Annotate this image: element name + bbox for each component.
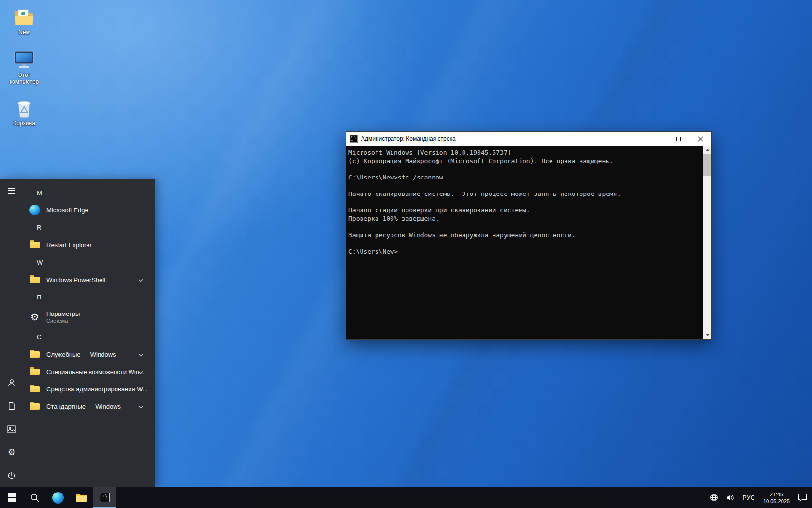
cmd-window: C:\ Администратор: Командная строка Micr… (346, 131, 712, 340)
cmd-icon: C:\_ (100, 493, 110, 502)
cmd-titlebar[interactable]: C:\ Администратор: Командная строка (346, 132, 711, 146)
start-item-admin-tools[interactable]: Средства администрирования W... (23, 380, 152, 398)
start-item-restart-explorer[interactable]: Restart Explorer (23, 236, 152, 254)
start-menu-rail: ⚙ (0, 179, 23, 487)
arrow-down-icon (706, 334, 710, 336)
power-button[interactable] (0, 464, 23, 487)
start-item-accessibility[interactable]: Специальные возможности Win... (23, 363, 152, 380)
gear-icon: ⚙ (8, 448, 15, 457)
desktop-icon-label: Корзина (13, 120, 35, 127)
language-label: РУС (742, 494, 755, 501)
recycle-bin-icon (14, 97, 34, 118)
taskbar-edge-button[interactable] (46, 487, 70, 508)
desktop-icon-user-folder[interactable]: New (4, 6, 44, 36)
pictures-button[interactable] (0, 418, 23, 441)
start-section-letter-p[interactable]: П (23, 288, 152, 306)
console-line: (c) Корпорация Майкрософт (Microsoft Cor… (348, 157, 701, 165)
start-item-label: Служебные — Windows (46, 351, 116, 358)
folder-icon (29, 403, 41, 410)
system-tray: РУС 21:45 10.05.2025 (706, 487, 812, 508)
start-section-letter-w[interactable]: W (23, 254, 152, 271)
chevron-down-icon[interactable] (138, 351, 143, 358)
taskbar-cmd-button[interactable]: C:\_ (93, 487, 116, 508)
windows-logo-icon (8, 493, 16, 502)
search-button[interactable] (23, 487, 46, 508)
network-button[interactable] (706, 487, 722, 508)
start-section-letter-s[interactable]: С (23, 328, 152, 345)
start-item-settings[interactable]: ⚙ Параметры Система (23, 306, 152, 328)
chevron-down-icon[interactable] (138, 276, 143, 284)
search-icon (30, 493, 40, 503)
start-item-windows-powershell[interactable]: Windows PowerShell (23, 271, 152, 288)
desktop-icon-label: New (18, 29, 30, 36)
gear-icon: ⚙ (29, 312, 41, 322)
desktop-icon-recycle-bin[interactable]: Корзина (4, 97, 44, 127)
clock[interactable]: 21:45 10.05.2025 (759, 487, 794, 508)
console-line (348, 239, 701, 247)
folder-icon (29, 369, 41, 375)
taskbar: C:\_ РУС 21:45 10.05.2025 (0, 487, 812, 508)
document-icon (8, 402, 15, 410)
maximize-button[interactable] (667, 132, 689, 146)
start-item-accessories[interactable]: Стандартные — Windows (23, 398, 152, 415)
caption-buttons (645, 132, 711, 146)
folder-icon (29, 351, 41, 358)
chevron-down-icon[interactable] (138, 368, 143, 375)
scrollbar-thumb[interactable] (703, 154, 711, 176)
start-item-system-windows[interactable]: Служебные — Windows (23, 345, 152, 363)
scroll-up-button[interactable] (703, 146, 711, 154)
close-button[interactable] (689, 132, 711, 146)
taskbar-explorer-button[interactable] (70, 487, 93, 508)
console-line prompt-line: C:\Users\New> (348, 247, 701, 255)
action-center-button[interactable] (794, 487, 811, 508)
console-line: Начало стадии проверки при сканировании … (348, 206, 701, 214)
volume-button[interactable] (722, 487, 739, 508)
user-folder-icon (14, 6, 35, 27)
settings-button[interactable]: ⚙ (0, 441, 23, 464)
folder-icon (29, 386, 41, 392)
maximize-icon (676, 137, 681, 141)
chevron-down-icon[interactable] (138, 403, 143, 410)
start-item-microsoft-edge[interactable]: Microsoft Edge (23, 201, 152, 219)
minimize-button[interactable] (645, 132, 667, 146)
console-scrollbar[interactable] (703, 146, 711, 339)
hamburger-icon (8, 188, 15, 194)
chevron-down-icon[interactable] (138, 386, 143, 393)
folder-icon (29, 242, 41, 248)
window-title: Администратор: Командная строка (361, 135, 456, 142)
user-icon (7, 378, 16, 387)
edge-icon (29, 205, 41, 215)
start-item-sublabel: Система (46, 318, 80, 324)
desktop-icon-this-pc[interactable]: Этот компьютер (4, 48, 44, 85)
desktop-icon-label: Этот компьютер (5, 72, 44, 85)
start-menu-app-list: M Microsoft Edge R Restart Explorer W Wi… (23, 179, 155, 487)
start-menu: ⚙ M Microsoft Edge R Restart Explorer W … (0, 179, 155, 487)
start-item-label: Windows PowerShell (46, 276, 105, 284)
start-item-label: Стандартные — Windows (46, 403, 121, 410)
start-button[interactable] (0, 487, 23, 508)
power-icon (7, 471, 16, 480)
console-line: Защита ресурсов Windows не обнаружила на… (348, 231, 701, 239)
globe-network-icon (710, 493, 718, 502)
clock-time: 21:45 (770, 491, 783, 498)
minimize-icon (653, 139, 658, 139)
console-line (348, 165, 701, 173)
arrow-up-icon (706, 149, 710, 151)
language-indicator[interactable]: РУС (739, 487, 759, 508)
scroll-down-button[interactable] (703, 331, 711, 339)
console-output[interactable]: Microsoft Windows [Version 10.0.19045.57… (346, 146, 703, 339)
pictures-icon (7, 425, 16, 433)
close-icon (698, 136, 703, 142)
documents-button[interactable] (0, 394, 23, 418)
file-explorer-icon (75, 493, 87, 503)
start-item-label: Restart Explorer (46, 241, 92, 249)
cmd-app-icon: C:\ (350, 135, 358, 143)
start-item-label: Microsoft Edge (46, 207, 88, 214)
folder-icon (29, 277, 41, 283)
user-account-button[interactable] (0, 371, 23, 394)
speaker-icon (726, 494, 735, 502)
start-section-letter-m[interactable]: M (23, 184, 152, 201)
start-section-letter-r[interactable]: R (23, 219, 152, 236)
console-line: Microsoft Windows [Version 10.0.19045.57… (348, 149, 701, 157)
menu-expand-button[interactable] (0, 179, 23, 202)
